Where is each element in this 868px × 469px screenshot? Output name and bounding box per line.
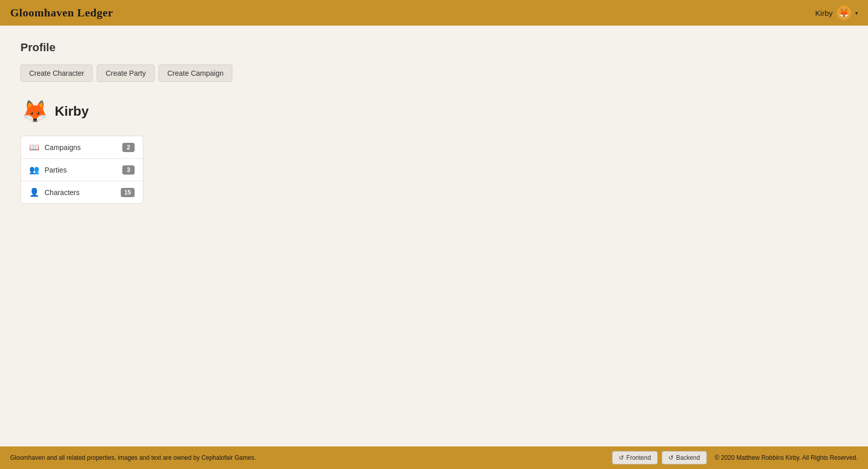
campaigns-badge: 2 (122, 143, 135, 152)
frontend-icon: ↺ (619, 454, 624, 461)
parties-icon: 👥 (29, 165, 39, 175)
footer-copyright-text: Gloomhaven and all related properties, i… (10, 454, 256, 461)
characters-stats-item[interactable]: 👤 Characters 15 (21, 181, 143, 203)
chevron-down-icon: ▾ (855, 10, 858, 16)
frontend-button[interactable]: ↺ Frontend (612, 451, 658, 464)
backend-label: Backend (676, 454, 700, 461)
user-menu[interactable]: Kirby 🦊 ▾ (815, 6, 858, 20)
characters-label: Characters (45, 188, 79, 197)
action-buttons-group: Create Character Create Party Create Cam… (20, 65, 848, 82)
profile-avatar: 🦊 (20, 97, 49, 125)
parties-label: Parties (45, 166, 67, 174)
campaigns-stats-item[interactable]: 📖 Campaigns 2 (21, 136, 143, 159)
create-character-button[interactable]: Create Character (20, 65, 93, 82)
campaigns-label: Campaigns (45, 143, 81, 152)
campaigns-item-left: 📖 Campaigns (29, 142, 81, 152)
campaigns-icon: 📖 (29, 142, 39, 152)
stats-card: 📖 Campaigns 2 👥 Parties 3 👤 Characters 1… (20, 136, 143, 204)
characters-item-left: 👤 Characters (29, 187, 79, 197)
page-title: Profile (20, 41, 848, 54)
create-party-button[interactable]: Create Party (97, 65, 155, 82)
characters-icon: 👤 (29, 187, 39, 197)
app-footer: Gloomhaven and all related properties, i… (0, 446, 868, 469)
create-campaign-button[interactable]: Create Campaign (159, 65, 232, 82)
frontend-label: Frontend (626, 454, 651, 461)
footer-right: ↺ Frontend ↺ Backend © 2020 Matthew Robb… (612, 451, 858, 464)
parties-item-left: 👥 Parties (29, 165, 67, 175)
parties-stats-item[interactable]: 👥 Parties 3 (21, 159, 143, 181)
characters-badge: 15 (121, 188, 135, 197)
profile-section: 🦊 Kirby (20, 97, 848, 125)
backend-button[interactable]: ↺ Backend (662, 451, 707, 464)
backend-icon: ↺ (668, 454, 674, 461)
app-title: Gloomhaven Ledger (10, 6, 113, 19)
parties-badge: 3 (122, 165, 135, 175)
main-content: Profile Create Character Create Party Cr… (0, 26, 868, 446)
footer-rights: © 2020 Matthew Robbins Kirby. All Rights… (715, 454, 858, 461)
profile-name: Kirby (55, 103, 89, 119)
app-header: Gloomhaven Ledger Kirby 🦊 ▾ (0, 0, 868, 26)
header-avatar: 🦊 (837, 6, 851, 20)
header-username: Kirby (815, 9, 833, 17)
